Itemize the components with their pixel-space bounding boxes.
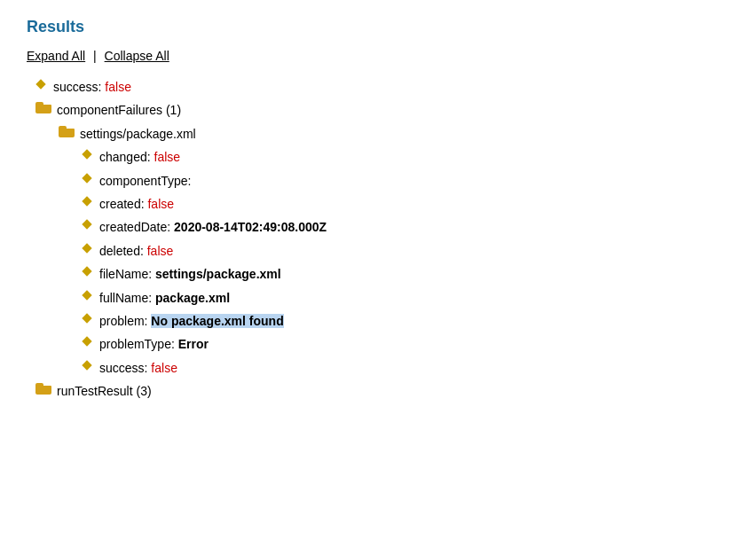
bullet-full-name: [82, 290, 94, 302]
folder-icon-2: [59, 126, 75, 137]
field-full-name: fullName: package.xml: [82, 288, 729, 308]
field-created: created: false: [82, 194, 729, 214]
tree: success: false componentFailures (1) set…: [27, 77, 729, 401]
success-root-key: success: false: [53, 77, 131, 97]
separator: |: [93, 49, 97, 63]
bullet-success-nested: [82, 360, 94, 372]
field-created-date-key: createdDate: 2020-08-14T02:49:08.000Z: [99, 217, 327, 237]
settings-package-children: changed: false componentType: created: f…: [59, 147, 729, 378]
field-created-date: createdDate: 2020-08-14T02:49:08.000Z: [82, 217, 729, 237]
field-changed-value: false: [154, 150, 181, 164]
bullet-problem: [82, 313, 94, 325]
run-test-result-label: runTestResult (3): [57, 381, 152, 401]
field-success-nested: success: false: [82, 358, 729, 378]
field-component-type: componentType:: [82, 171, 729, 191]
field-deleted: deleted: false: [82, 241, 729, 261]
field-file-name-value: settings/package.xml: [155, 267, 281, 281]
page-title: Results: [27, 18, 729, 36]
expand-collapse-bar: Expand All | Collapse All: [27, 49, 729, 63]
bullet-changed: [82, 149, 94, 161]
field-problem-type-key: problemType: Error: [99, 334, 209, 354]
field-changed: changed: false: [82, 147, 729, 167]
field-full-name-value: package.xml: [155, 291, 230, 305]
field-problem: problem: No package.xml found: [82, 311, 729, 331]
settings-package-label: settings/package.xml: [80, 124, 196, 144]
success-root-value: false: [105, 80, 131, 94]
field-problem-type-value: Error: [178, 337, 209, 351]
field-problem-type: problemType: Error: [82, 334, 729, 354]
field-created-date-value: 2020-08-14T02:49:08.000Z: [174, 220, 327, 234]
expand-all-link[interactable]: Expand All: [27, 49, 85, 63]
folder-icon-3: [35, 383, 51, 395]
bullet-created-date: [82, 219, 94, 231]
folder-settings-package: settings/package.xml: [59, 124, 729, 144]
field-deleted-key: deleted: false: [99, 241, 173, 261]
component-failures-children: settings/package.xml changed: false comp…: [35, 124, 729, 378]
field-success-nested-value: false: [151, 361, 177, 375]
bullet-created: [82, 196, 94, 208]
field-component-type-key: componentType:: [99, 171, 192, 191]
component-failures-label: componentFailures (1): [57, 100, 181, 120]
field-file-name: fileName: settings/package.xml: [82, 264, 729, 284]
folder-run-test-result: runTestResult (3): [35, 381, 729, 401]
field-problem-value: No package.xml found: [151, 314, 283, 328]
field-success-nested-key: success: false: [99, 358, 177, 378]
bullet-component-type: [82, 173, 94, 185]
tree-item-success-root: success: false: [35, 77, 729, 97]
bullet-icon: [35, 79, 48, 91]
field-created-key: created: false: [99, 194, 174, 214]
collapse-all-link[interactable]: Collapse All: [105, 49, 169, 63]
bullet-deleted: [82, 243, 94, 255]
field-changed-key: changed: false: [99, 147, 180, 167]
field-created-value: false: [147, 197, 174, 211]
field-deleted-value: false: [147, 244, 174, 258]
bullet-problem-type: [82, 336, 94, 348]
folder-component-failures: componentFailures (1): [35, 100, 729, 120]
folder-icon: [35, 102, 51, 113]
field-file-name-key: fileName: settings/package.xml: [99, 264, 281, 284]
field-full-name-key: fullName: package.xml: [99, 288, 230, 308]
bullet-file-name: [82, 266, 94, 278]
field-problem-key: problem: No package.xml found: [99, 311, 284, 331]
